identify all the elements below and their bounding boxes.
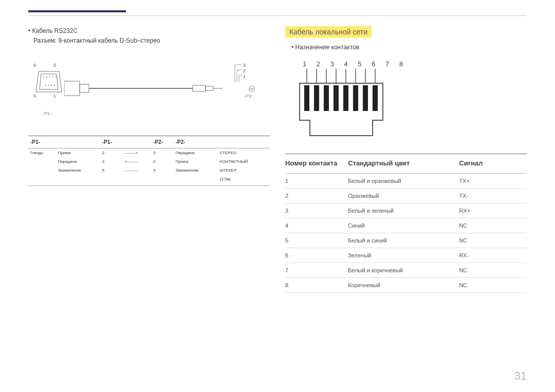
th-p2a: -P2- xyxy=(151,136,174,148)
cell: Заземление xyxy=(174,166,218,175)
cell: 7 xyxy=(285,263,348,278)
cell: Белый и зеленый xyxy=(348,203,459,218)
cell: 2 xyxy=(151,157,174,166)
dsub-num-9: 9 xyxy=(33,63,36,68)
cell: 3 xyxy=(100,157,123,166)
th-p2b: -P2- xyxy=(174,136,270,148)
left-column: Кабель RS232C Разъем: 9-контактный кабел… xyxy=(28,26,270,293)
cable-drawing xyxy=(64,78,224,99)
cell: 1 xyxy=(285,174,348,189)
svg-rect-9 xyxy=(64,81,80,96)
cell: ШТЕКЕР xyxy=(218,166,270,175)
cell: Зеленый xyxy=(348,248,459,263)
th-color: Стандартный цвет xyxy=(348,154,459,174)
th-p1a: -P1- xyxy=(28,136,100,148)
cell: Прием xyxy=(174,157,218,166)
rj45-icon xyxy=(295,69,398,141)
svg-point-25 xyxy=(251,88,253,90)
th-signal: Сигнал xyxy=(459,154,527,174)
cell: Белый и оранжевый xyxy=(348,174,459,189)
svg-rect-10 xyxy=(80,84,89,92)
svg-point-2 xyxy=(49,77,50,78)
cell: 4 xyxy=(285,218,348,233)
cell: Белый и коричневый xyxy=(348,263,459,278)
p2-diagram-label: -P2- xyxy=(244,94,253,99)
right-column: Кабель локальной сети Назначение контакт… xyxy=(285,26,527,293)
th-p1b: -P1- xyxy=(100,136,123,148)
svg-rect-41 xyxy=(373,85,378,111)
svg-point-8 xyxy=(54,85,55,86)
svg-point-5 xyxy=(45,85,46,86)
cell: NC xyxy=(459,278,527,293)
rs232-pinout-table: -P1- -P1- -P2- -P2- Гнездо Прием 2 -----… xyxy=(28,136,270,185)
cell: 5 xyxy=(151,166,174,175)
cell xyxy=(28,157,56,166)
hex-icon xyxy=(248,85,255,92)
cell: Синий xyxy=(348,218,459,233)
rs232-tbody: Гнездо Прием 2 --------> 3 Передача СТЕР… xyxy=(28,148,270,186)
svg-rect-34 xyxy=(304,85,309,111)
cell: Прием xyxy=(56,148,100,158)
page-number: 31 xyxy=(514,369,527,383)
cell: Белый и синий xyxy=(348,233,459,248)
cell: TX+ xyxy=(459,174,527,189)
lan-section-title: Кабель локальной сети xyxy=(285,26,372,38)
svg-rect-40 xyxy=(363,85,368,111)
header-accent-bar xyxy=(28,10,126,12)
svg-rect-13 xyxy=(206,86,213,90)
svg-rect-38 xyxy=(343,85,348,111)
svg-point-0 xyxy=(43,77,44,78)
cell: 8 xyxy=(285,278,348,293)
cell: 5 xyxy=(100,166,123,175)
cell: 2 xyxy=(285,189,348,203)
cell: NC xyxy=(459,218,527,233)
lan-pinout-table: Номер контакта Стандартный цвет Сигнал 1… xyxy=(285,154,527,293)
cell: ---------- xyxy=(122,166,151,175)
cell: TX- xyxy=(459,189,527,203)
lan-bullet: Назначение контактов xyxy=(291,43,527,52)
cell: Коричневый xyxy=(348,278,459,293)
svg-rect-35 xyxy=(314,85,319,111)
cell: Передача xyxy=(56,157,100,166)
cell: 3 xyxy=(285,203,348,218)
cell: NC xyxy=(459,263,527,278)
cell: Заземление xyxy=(56,166,100,175)
svg-rect-37 xyxy=(334,85,339,111)
cell: КОНТАКТНЫЙ xyxy=(218,157,270,166)
svg-point-6 xyxy=(48,85,49,86)
dsub-icon xyxy=(33,69,64,105)
svg-rect-39 xyxy=(353,85,358,111)
cell: --------> xyxy=(122,148,151,158)
svg-rect-12 xyxy=(193,85,206,91)
rj45-diagram: 1 2 3 4 5 6 7 8 xyxy=(295,60,527,141)
svg-point-4 xyxy=(55,77,57,78)
svg-point-1 xyxy=(46,77,47,78)
svg-marker-24 xyxy=(249,86,254,92)
rj45-pin-numbers: 1 2 3 4 5 6 7 8 xyxy=(303,60,527,68)
svg-rect-36 xyxy=(324,85,329,111)
svg-point-3 xyxy=(52,77,53,78)
cell xyxy=(28,166,56,175)
cell: 2 xyxy=(100,148,123,158)
cell: Оранжевый xyxy=(348,189,459,203)
cell: СТЕРЕО xyxy=(218,148,270,158)
cell: NC xyxy=(459,233,527,248)
cell: RX+ xyxy=(459,203,527,218)
cell: (3.5ø) xyxy=(218,175,270,185)
cell: 6 xyxy=(285,248,348,263)
cable-diagram: 95 61 xyxy=(28,53,270,125)
rs232-title: Кабель RS232C xyxy=(28,26,270,36)
cell: 3 xyxy=(151,148,174,158)
cell: RX- xyxy=(459,248,527,263)
jack-leader-lines xyxy=(224,64,244,82)
cell: <-------- xyxy=(122,157,151,166)
dsub-num-5: 5 xyxy=(53,63,56,68)
th-pin-num: Номер контакта xyxy=(285,154,348,174)
header-rule xyxy=(28,15,527,16)
connector-desc: Разъем: 9-контактный кабель D-Sub–стерео xyxy=(33,37,270,44)
cell: 5 xyxy=(285,233,348,248)
cell: Передача xyxy=(174,148,218,158)
svg-point-7 xyxy=(51,85,52,86)
cell: Гнездо xyxy=(28,148,56,158)
p1-diagram-label: -P1- xyxy=(43,111,51,116)
